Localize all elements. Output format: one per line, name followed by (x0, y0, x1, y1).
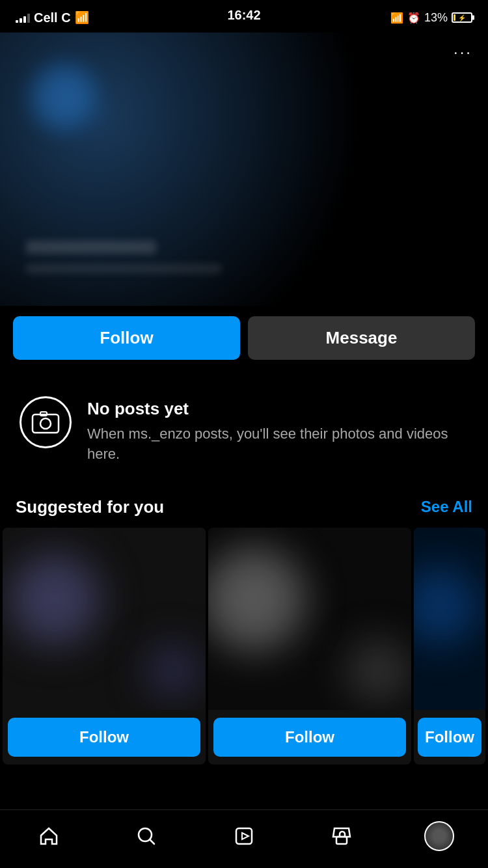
nav-reels[interactable] (224, 817, 264, 856)
card-image-1 (3, 528, 206, 710)
home-icon (38, 825, 60, 847)
more-menu-button[interactable]: ··· (454, 43, 472, 61)
carrier-label: Cell C (34, 10, 71, 25)
signal-icon (16, 12, 30, 23)
suggested-card-2: Follow (208, 528, 411, 765)
bottom-navigation (0, 809, 488, 868)
battery-icon: ⚡ (452, 12, 472, 23)
camera-icon (20, 396, 72, 448)
battery-percent: 13% (424, 11, 448, 25)
svg-point-1 (40, 418, 51, 429)
search-icon (135, 825, 157, 847)
profile-avatar (26, 59, 104, 137)
alarm-icon: ⏰ (407, 12, 420, 24)
follow-button-card-2[interactable]: Follow (213, 718, 406, 757)
status-bar: Cell C 📶 16:42 📶 ⏰ 13% ⚡ (0, 0, 488, 33)
no-posts-title: No posts yet (87, 399, 468, 419)
nav-search[interactable] (127, 817, 166, 856)
message-button[interactable]: Message (248, 316, 475, 360)
shop-icon (331, 825, 353, 847)
nav-shop[interactable] (322, 817, 361, 856)
card-image-3 (414, 528, 485, 710)
wifi-icon: 📶 (75, 10, 89, 25)
no-posts-description: When ms._enzo posts, you'll see their ph… (87, 424, 468, 465)
nav-profile[interactable] (420, 817, 459, 856)
carrier-info: Cell C 📶 (16, 10, 89, 25)
profile-info-blur (26, 264, 221, 273)
status-time: 16:42 (227, 8, 260, 23)
suggested-header: Suggested for you See All (0, 491, 488, 528)
bluetooth-icon: 📶 (390, 12, 403, 24)
nav-home[interactable] (29, 817, 68, 856)
card-image-2 (208, 528, 411, 710)
action-buttons: Follow Message (0, 306, 488, 370)
no-posts-text: No posts yet When ms._enzo posts, you'll… (87, 396, 468, 465)
suggested-title: Suggested for you (16, 497, 164, 517)
suggested-card-3: Follow (414, 528, 485, 765)
profile-avatar-nav (424, 821, 454, 851)
profile-header: ··· (0, 33, 488, 306)
follow-button-card-3[interactable]: Follow (418, 718, 481, 757)
suggested-cards: Follow Follow Follow (0, 528, 488, 765)
no-posts-section: No posts yet When ms._enzo posts, you'll… (0, 370, 488, 491)
follow-button-card-1[interactable]: Follow (8, 718, 200, 757)
svg-rect-0 (33, 414, 59, 433)
status-right: 📶 ⏰ 13% ⚡ (390, 11, 472, 25)
svg-rect-5 (336, 837, 347, 844)
follow-button[interactable]: Follow (13, 316, 240, 360)
see-all-link[interactable]: See All (421, 498, 472, 516)
suggested-card-1: Follow (3, 528, 206, 765)
camera-svg (31, 408, 60, 437)
reels-icon (233, 825, 255, 847)
profile-username-blur (26, 241, 156, 254)
